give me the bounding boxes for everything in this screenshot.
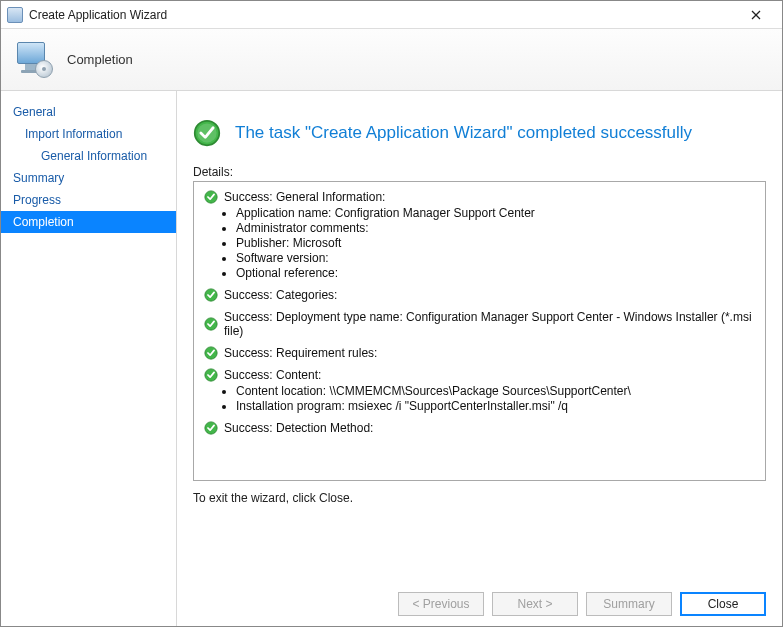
success-check-icon: [204, 288, 218, 302]
sidebar-item-completion[interactable]: Completion: [1, 211, 176, 233]
app-icon: [7, 7, 23, 23]
bullet-list: Application name: Configration Manager S…: [236, 206, 755, 280]
success-title: Success: Requirement rules:: [224, 346, 377, 360]
success-check-icon: [204, 346, 218, 360]
sidebar-item-general[interactable]: General: [1, 101, 176, 123]
bullet-item: Software version:: [236, 251, 755, 265]
banner-title: Completion: [67, 52, 133, 67]
success-title: Success: General Information:: [224, 190, 385, 204]
bullet-list: Content location: \\CMMEMCM\Sources\Pack…: [236, 384, 755, 413]
sidebar-item-label: Import Information: [25, 127, 122, 141]
success-line: Success: Requirement rules:: [204, 346, 755, 360]
bullet-item: Content location: \\CMMEMCM\Sources\Pack…: [236, 384, 755, 398]
bullet-item: Publisher: Microsoft: [236, 236, 755, 250]
sidebar-item-summary[interactable]: Summary: [1, 167, 176, 189]
sidebar-item-label: General Information: [41, 149, 147, 163]
success-check-icon: [204, 368, 218, 382]
success-title: Success: Detection Method:: [224, 421, 373, 435]
bullet-item: Optional reference:: [236, 266, 755, 280]
sidebar-item-general-information[interactable]: General Information: [1, 145, 176, 167]
titlebar: Create Application Wizard: [1, 1, 782, 29]
content-pane: The task "Create Application Wizard" com…: [177, 91, 782, 627]
window-title: Create Application Wizard: [29, 8, 736, 22]
success-line: Success: General Information:: [204, 190, 755, 204]
result-headline: The task "Create Application Wizard" com…: [235, 123, 692, 143]
success-check-icon: [204, 421, 218, 435]
sidebar-item-label: General: [13, 105, 56, 119]
success-line: Success: Deployment type name: Configura…: [204, 310, 755, 338]
bullet-item: Installation program: msiexec /i "Suppor…: [236, 399, 755, 413]
sidebar-item-label: Summary: [13, 171, 64, 185]
close-icon: [751, 10, 761, 20]
sidebar-item-label: Completion: [13, 215, 74, 229]
bullet-item: Administrator comments:: [236, 221, 755, 235]
banner: Completion: [1, 29, 782, 91]
button-row: < Previous Next > Summary Close: [398, 592, 766, 616]
success-check-icon: [204, 317, 218, 331]
wizard-steps-sidebar: GeneralImport InformationGeneral Informa…: [1, 91, 177, 627]
success-title: Success: Categories:: [224, 288, 337, 302]
wizard-icon: [15, 40, 55, 80]
success-line: Success: Categories:: [204, 288, 755, 302]
close-button[interactable]: Close: [680, 592, 766, 616]
bullet-item: Application name: Configration Manager S…: [236, 206, 755, 220]
sidebar-item-import-information[interactable]: Import Information: [1, 123, 176, 145]
success-line: Success: Detection Method:: [204, 421, 755, 435]
previous-button: < Previous: [398, 592, 484, 616]
success-title: Success: Content:: [224, 368, 321, 382]
details-label: Details:: [193, 165, 766, 179]
next-button: Next >: [492, 592, 578, 616]
exit-note: To exit the wizard, click Close.: [193, 491, 766, 505]
success-title: Success: Deployment type name: Configura…: [224, 310, 755, 338]
success-line: Success: Content:: [204, 368, 755, 382]
success-check-icon: [193, 119, 221, 147]
sidebar-item-label: Progress: [13, 193, 61, 207]
summary-button: Summary: [586, 592, 672, 616]
success-check-icon: [204, 190, 218, 204]
sidebar-item-progress[interactable]: Progress: [1, 189, 176, 211]
details-box[interactable]: Success: General Information:Application…: [193, 181, 766, 481]
result-row: The task "Create Application Wizard" com…: [193, 119, 766, 147]
window-close-button[interactable]: [736, 4, 776, 26]
